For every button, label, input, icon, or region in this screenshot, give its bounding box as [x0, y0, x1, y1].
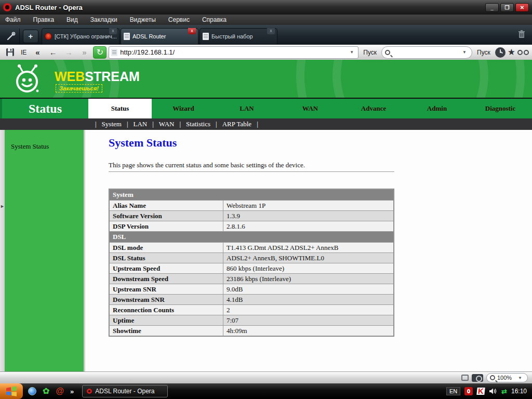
save-icon[interactable]: [3, 46, 17, 59]
url-input[interactable]: http://192.168.1.1/ ▼: [109, 46, 358, 59]
tab-close-icon[interactable]: x: [188, 28, 196, 34]
volume-icon[interactable]: [489, 388, 497, 395]
subnav-link-wan[interactable]: WAN: [159, 120, 175, 128]
nav-tab-lan[interactable]: LAN: [215, 99, 278, 118]
menu-item-Вид[interactable]: Вид: [66, 16, 78, 23]
search-input[interactable]: ▼: [381, 46, 472, 59]
browser-tab[interactable]: ADSL Routerx: [121, 28, 198, 44]
language-indicator[interactable]: EN: [446, 387, 460, 395]
snapshot-camera-icon[interactable]: [472, 374, 483, 382]
tab-label: ADSL Router: [132, 33, 195, 39]
rewind-button[interactable]: «: [31, 46, 44, 59]
main-nav: Status StatusWizardLANWANAdvanceAdminDia…: [0, 98, 532, 118]
subnav-link-statistics[interactable]: Statistics: [186, 120, 210, 128]
menu-item-Справка[interactable]: Справка: [202, 16, 227, 23]
subnav-separator: |: [216, 120, 217, 128]
nav-tab-wan[interactable]: WAN: [278, 99, 342, 118]
page-area: ► System Status System Status This page …: [0, 130, 532, 371]
panel-toggle-icon[interactable]: ►: [0, 204, 5, 209]
restore-button[interactable]: ❐: [500, 3, 514, 12]
nav-section-title: Status: [0, 99, 88, 118]
nav-tab-advance[interactable]: Advance: [342, 99, 405, 118]
menu-item-Закладки[interactable]: Закладки: [90, 16, 117, 23]
brand-name: WEBSTREAM: [55, 69, 140, 84]
menu-item-Файл[interactable]: Файл: [5, 16, 21, 23]
menu-item-Сервис[interactable]: Сервис: [168, 16, 190, 23]
search-go-button[interactable]: Пуск: [474, 49, 493, 56]
fast-forward-button[interactable]: »: [77, 46, 91, 59]
row-label: Upstream Speed: [110, 263, 223, 273]
reload-button[interactable]: ↻: [93, 46, 107, 59]
subnav-separator: |: [257, 120, 258, 128]
quick-launch-overflow-icon[interactable]: »: [70, 388, 74, 395]
subnav-link-system[interactable]: System: [102, 120, 122, 128]
icq-flower-icon[interactable]: ✿: [43, 387, 49, 395]
zoom-dropdown-icon[interactable]: ▼: [516, 376, 524, 380]
tab-close-icon[interactable]: x: [267, 28, 275, 34]
tab-label: [СТК] Убрано огранич...: [55, 33, 116, 39]
mail-agent-icon[interactable]: @: [56, 387, 64, 395]
history-clock-icon[interactable]: [495, 47, 506, 58]
table-row: Downstream SNR4.1dB: [110, 295, 393, 304]
table-row: DSL StatusADSL2+ AnnexB, SHOWTIME.L0: [110, 253, 393, 263]
new-tab-button[interactable]: +: [23, 30, 38, 43]
row-label: Upstream SNR: [110, 284, 223, 294]
panels-icon[interactable]: [461, 375, 469, 381]
sidebar-item-system-status[interactable]: System Status: [11, 142, 84, 151]
status-table: SystemAlias NameWebstream 1PSoftware Ver…: [109, 189, 394, 337]
row-label: DSL mode: [110, 243, 223, 252]
section-header: DSL: [110, 232, 393, 242]
search-dropdown-icon[interactable]: ▼: [460, 50, 469, 55]
row-value: 4.1dB: [223, 295, 393, 304]
table-row: Upstream Speed860 kbps (Interleave): [110, 263, 393, 273]
taskbar-task-button[interactable]: ADSL Router - Opera: [82, 385, 168, 397]
nav-tab-admin[interactable]: Admin: [405, 99, 469, 118]
browser-status-bar: 100% ▼: [0, 371, 532, 383]
browser-viewport: WEBSTREAM Закачаешься! Status StatusWiza…: [0, 60, 532, 371]
nav-tab-status[interactable]: Status: [88, 99, 152, 118]
network-tray-icon[interactable]: ⇄: [501, 388, 507, 395]
row-label: DSL Status: [110, 253, 223, 263]
close-button[interactable]: ✕: [515, 3, 529, 12]
start-button[interactable]: [0, 383, 23, 399]
row-label: Uptime: [110, 315, 223, 325]
zoom-level: 100%: [497, 375, 514, 381]
view-glasses-icon[interactable]: [517, 50, 529, 55]
nav-tab-diagnostic[interactable]: Diagnostic: [469, 99, 532, 118]
subnav-link-arp-table[interactable]: ARP Table: [222, 120, 252, 128]
ie-label[interactable]: IE: [19, 49, 29, 56]
trash-icon[interactable]: [517, 30, 530, 41]
browser-globe-icon[interactable]: [28, 387, 36, 395]
webstream-logo-icon: [11, 64, 44, 96]
back-button[interactable]: ←: [46, 46, 60, 59]
minimize-button[interactable]: _: [485, 3, 499, 12]
subnav-link-lan[interactable]: LAN: [134, 120, 148, 128]
menu-bar: ФайлПравкаВидЗакладкиВиджетыСервисСправк…: [0, 15, 532, 25]
search-icon: [385, 50, 390, 55]
forward-button[interactable]: →: [62, 46, 75, 59]
opera-tray-icon[interactable]: [464, 387, 473, 395]
zoom-control[interactable]: 100% ▼: [486, 373, 528, 382]
url-go-button[interactable]: Пуск: [361, 49, 379, 56]
nav-tab-wizard[interactable]: Wizard: [152, 99, 215, 118]
task-label: ADSL Router - Opera: [95, 388, 154, 395]
row-value: ADSL2+ AnnexB, SHOWTIME.L0: [223, 253, 393, 263]
kaspersky-tray-icon[interactable]: K: [476, 388, 485, 395]
browser-tab[interactable]: Быстрый наборx: [200, 28, 277, 44]
url-dropdown-icon[interactable]: ▼: [348, 50, 356, 55]
url-text[interactable]: http://192.168.1.1/: [120, 48, 348, 56]
panel-rail[interactable]: ►: [0, 130, 5, 371]
row-label: Downstream SNR: [110, 295, 223, 304]
menu-item-Виджеты[interactable]: Виджеты: [130, 16, 156, 23]
bookmark-star-icon[interactable]: ★: [508, 47, 515, 58]
download-icon: [45, 33, 52, 40]
row-value: 2.8.1.6: [223, 221, 393, 231]
table-section-row: System: [110, 190, 393, 200]
browser-tab[interactable]: [СТК] Убрано огранич...x: [42, 28, 119, 44]
row-value: 4h:09m: [223, 326, 393, 336]
window-title: ADSL Router - Opera: [15, 4, 485, 11]
tab-close-icon[interactable]: x: [109, 28, 117, 34]
tools-wrench-icon[interactable]: [2, 29, 20, 44]
menu-item-Правка[interactable]: Правка: [33, 16, 55, 23]
row-value: Webstream 1P: [223, 201, 393, 210]
